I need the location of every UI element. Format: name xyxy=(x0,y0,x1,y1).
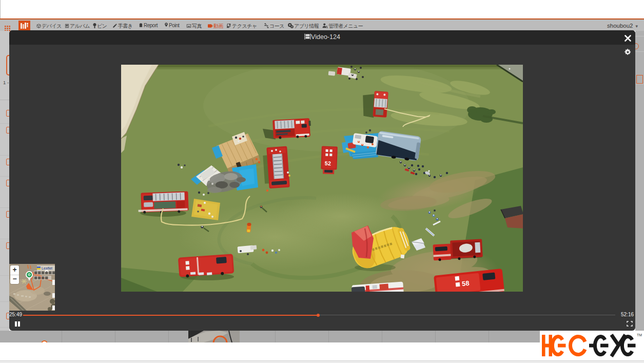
svg-text:52: 52 xyxy=(325,160,331,166)
svg-text:TM: TM xyxy=(637,333,642,337)
svg-text:Leaflet: Leaflet xyxy=(42,266,52,270)
svg-text:58: 58 xyxy=(461,279,470,288)
